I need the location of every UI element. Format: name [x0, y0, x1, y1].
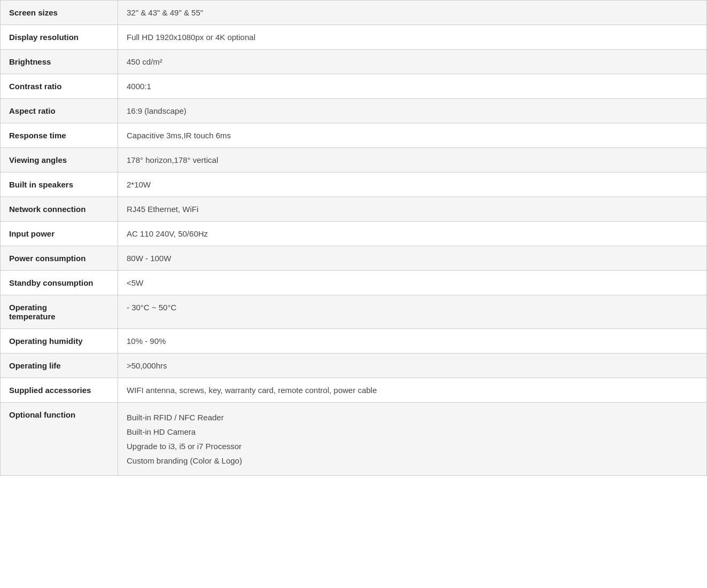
- spec-value: 178° horizon,178° vertical: [118, 148, 707, 173]
- spec-label: Optional function: [1, 403, 118, 476]
- spec-label: Response time: [1, 123, 118, 148]
- spec-label: Operating life: [1, 354, 118, 378]
- spec-value: 80W - 100W: [118, 246, 707, 271]
- spec-label: Network connection: [1, 197, 118, 222]
- spec-value: 32" & 43" & 49" & 55": [118, 1, 707, 25]
- table-row: Operating life>50,000hrs: [1, 354, 707, 378]
- table-row: Network connectionRJ45 Ethernet, WiFi: [1, 197, 707, 222]
- spec-value: AC 110 240V, 50/60Hz: [118, 222, 707, 246]
- spec-value: - 30°C ~ 50°C: [118, 295, 707, 329]
- table-row: Power consumption80W - 100W: [1, 246, 707, 271]
- table-row: Operatingtemperature- 30°C ~ 50°C: [1, 295, 707, 329]
- table-row: Brightness450 cd/m²: [1, 50, 707, 74]
- spec-label: Operating humidity: [1, 329, 118, 354]
- spec-value: Capacitive 3ms,IR touch 6ms: [118, 123, 707, 148]
- specifications-table: Screen sizes32" & 43" & 49" & 55"Display…: [0, 0, 707, 476]
- spec-label: Operatingtemperature: [1, 295, 118, 329]
- spec-value: <5W: [118, 271, 707, 295]
- table-row: Operating humidity10% - 90%: [1, 329, 707, 354]
- spec-label: Supplied accessories: [1, 378, 118, 403]
- spec-value: 4000:1: [118, 74, 707, 99]
- spec-value: >50,000hrs: [118, 354, 707, 378]
- table-row: Contrast ratio4000:1: [1, 74, 707, 99]
- spec-value: WIFI antenna, screws, key, warranty card…: [118, 378, 707, 403]
- spec-label: Screen sizes: [1, 1, 118, 25]
- spec-label: Power consumption: [1, 246, 118, 271]
- table-row: Input powerAC 110 240V, 50/60Hz: [1, 222, 707, 246]
- spec-value: 16:9 (landscape): [118, 99, 707, 123]
- spec-label: Standby consumption: [1, 271, 118, 295]
- table-row: Standby consumption<5W: [1, 271, 707, 295]
- spec-value: Full HD 1920x1080px or 4K optional: [118, 25, 707, 50]
- spec-value: RJ45 Ethernet, WiFi: [118, 197, 707, 222]
- spec-label: Built in speakers: [1, 173, 118, 197]
- spec-label: Input power: [1, 222, 118, 246]
- spec-label: Viewing angles: [1, 148, 118, 173]
- spec-label: Brightness: [1, 50, 118, 74]
- table-row: Aspect ratio16:9 (landscape): [1, 99, 707, 123]
- table-row: Screen sizes32" & 43" & 49" & 55": [1, 1, 707, 25]
- spec-value: 450 cd/m²: [118, 50, 707, 74]
- table-row: Response timeCapacitive 3ms,IR touch 6ms: [1, 123, 707, 148]
- spec-label: Contrast ratio: [1, 74, 118, 99]
- table-row: Viewing angles178° horizon,178° vertical: [1, 148, 707, 173]
- spec-label: Display resolution: [1, 25, 118, 50]
- table-row: Built in speakers2*10W: [1, 173, 707, 197]
- spec-label: Aspect ratio: [1, 99, 118, 123]
- table-row: Display resolutionFull HD 1920x1080px or…: [1, 25, 707, 50]
- spec-value: 10% - 90%: [118, 329, 707, 354]
- spec-value: 2*10W: [118, 173, 707, 197]
- table-row: Supplied accessoriesWIFI antenna, screws…: [1, 378, 707, 403]
- spec-value: Built-in RFID / NFC ReaderBuilt-in HD Ca…: [118, 403, 707, 476]
- table-row: Optional functionBuilt-in RFID / NFC Rea…: [1, 403, 707, 476]
